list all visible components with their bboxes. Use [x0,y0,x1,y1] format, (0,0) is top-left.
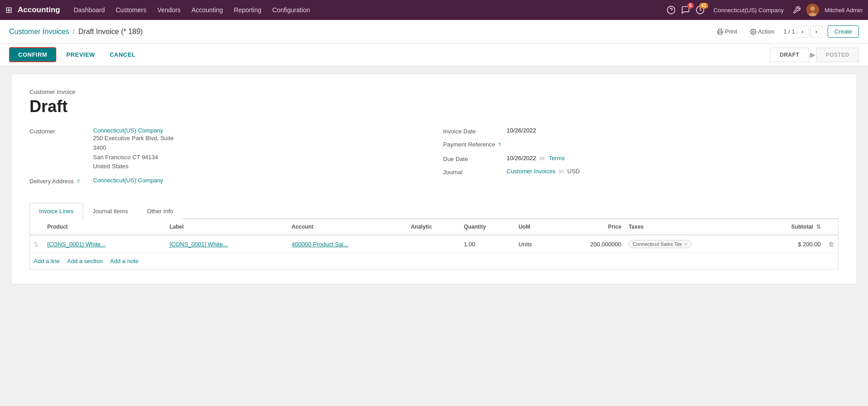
row-quantity[interactable]: 1.00 [460,235,515,253]
pagination: 1 / 1 ‹ › [784,26,822,38]
address-line4: United States [93,162,425,171]
col-taxes: Taxes [625,219,755,235]
form-grid: Customer Connecticut(US) Company 250 Exe… [29,127,839,190]
chat-icon[interactable]: 5 [681,5,690,15]
journal-field: Journal Customer Invoices in USD [443,168,839,176]
clock-badge: 41 [699,3,708,9]
journal-row: Customer Invoices in USD [507,168,839,175]
journal-in: in [559,168,564,175]
nav-configuration[interactable]: Configuration [268,5,314,15]
delivery-link[interactable]: Connecticut(US) Company [93,177,163,184]
breadcrumb-current: Draft Invoice (* 189) [78,28,142,36]
delivery-label: Delivery Address ? [29,177,93,185]
invoice-status-title: Draft [29,97,839,116]
payment-ref-help-icon[interactable]: ? [498,142,501,147]
tax-remove-icon[interactable]: ✕ [684,242,687,247]
row-subtotal: $ 200.00 [755,235,824,253]
tab-panel-invoice-lines: Product Label Account Analytic Quantity [29,219,839,269]
status-posted: POSTED [816,48,859,62]
invoice-table: Product Label Account Analytic Quantity [30,219,838,253]
app-name: Accounting [18,5,60,15]
col-product: Product [44,219,166,235]
nav-reporting[interactable]: Reporting [229,5,266,15]
row-label[interactable]: [CONS_0001] White... [169,241,228,248]
journal-label: Journal [443,168,507,176]
confirm-button[interactable]: CONFIRM [9,47,56,62]
address-line2: 3400 [93,143,425,153]
col-analytic: Analytic [407,219,460,235]
row-product[interactable]: [CONS_0001] White... [47,241,106,248]
cancel-button[interactable]: CANCEL [103,48,142,61]
nav-vendors[interactable]: Vendors [153,5,185,15]
tab-invoice-lines[interactable]: Invoice Lines [29,203,83,219]
tab-other-info[interactable]: Other Info [137,203,183,219]
company-name: Connecticut(US) Company [714,7,784,14]
invoice-date-label: Invoice Date [443,127,507,135]
print-label: Print [725,28,737,35]
settings-icon[interactable] [793,6,801,14]
action-label: Action [758,28,775,35]
customer-link[interactable]: Connecticut(US) Company [93,127,163,134]
pagination-next[interactable]: › [810,26,822,38]
print-button[interactable]: Print [713,26,741,37]
preview-button[interactable]: PREVIEW [60,48,101,61]
terms-link[interactable]: Terms [549,155,564,161]
invoice-date-value[interactable]: 10/26/2022 [507,127,839,134]
due-date-value[interactable]: 10/26/2022 [507,155,536,161]
form-left: Customer Connecticut(US) Company 250 Exe… [29,127,425,190]
breadcrumb-parent[interactable]: Customer Invoices [9,28,69,36]
user-name: Mitchell Admin [824,7,863,14]
app-grid-icon[interactable]: ⊞ [5,5,12,15]
subtotal-sort-icon: ⇅ [816,224,821,230]
customer-value: Connecticut(US) Company 250 Executive Pa… [93,127,425,171]
due-date-or: or [540,155,545,161]
pagination-prev[interactable]: ‹ [797,26,809,38]
add-section-link[interactable]: Add a section [67,258,103,264]
form-right: Invoice Date 10/26/2022 Payment Referenc… [443,127,839,190]
nav-dashboard[interactable]: Dashboard [69,5,110,15]
invoice-card: Customer Invoice Draft Customer Connecti… [11,73,857,284]
pagination-text: 1 / 1 [784,28,795,35]
action-button[interactable]: Action [746,26,778,37]
tab-journal-items[interactable]: Journal Items [83,203,137,219]
payment-ref-label: Payment Reference ? [443,140,507,148]
nav-accounting[interactable]: Accounting [187,5,227,15]
table-row: ⇅ [CONS_0001] White... [CONS_0001] White… [30,235,838,253]
payment-ref-input[interactable] [507,140,839,149]
action-bar: CONFIRM PREVIEW CANCEL DRAFT ▶ POSTED [0,44,868,66]
breadcrumb-bar: Customer Invoices / Draft Invoice (* 189… [0,20,868,44]
tax-badge[interactable]: Connecticut Sales Tax ✕ [628,240,691,248]
breadcrumb: Customer Invoices / Draft Invoice (* 189… [9,28,713,36]
create-button[interactable]: Create [828,25,859,38]
drag-handle-icon[interactable]: ⇅ [34,241,39,248]
top-navigation: ⊞ Accounting Dashboard Customers Vendors… [0,0,868,20]
add-links-row: Add a line Add a section Add a note [30,253,838,269]
customer-label: Customer [29,127,93,135]
add-line-link[interactable]: Add a line [34,258,60,264]
due-date-field: Due Date 10/26/2022 or Terms [443,155,839,162]
main-content: Customer Invoice Draft Customer Connecti… [0,66,868,406]
row-account[interactable]: 400000 Product Sal... [292,241,348,248]
add-note-link[interactable]: Add a note [110,258,139,264]
support-icon[interactable] [667,5,676,15]
avatar[interactable] [806,4,819,16]
col-label: Label [166,219,288,235]
col-uom: UoM [515,219,554,235]
row-uom[interactable]: Units [515,235,554,253]
clock-icon[interactable]: 41 [696,5,705,15]
svg-point-7 [752,31,754,33]
nav-customers[interactable]: Customers [111,5,151,15]
customer-field: Customer Connecticut(US) Company 250 Exe… [29,127,425,171]
invoice-type-label: Customer Invoice [29,88,839,95]
row-price[interactable]: 200.000000 [554,235,625,253]
delivery-help-icon[interactable]: ? [77,179,79,184]
journal-value[interactable]: Customer Invoices [507,168,556,175]
row-analytic[interactable] [407,235,460,253]
row-taxes: Connecticut Sales Tax ✕ [625,235,755,253]
delivery-address-field: Delivery Address ? Connecticut(US) Compa… [29,177,425,185]
delete-row-icon[interactable]: 🗑 [828,240,834,248]
due-date-label: Due Date [443,155,507,162]
status-draft: DRAFT [770,48,809,62]
customer-address: 250 Executive Park Blvd, Suite 3400 San … [93,134,425,171]
header-actions: Print Action 1 / 1 ‹ › Create [713,25,859,38]
